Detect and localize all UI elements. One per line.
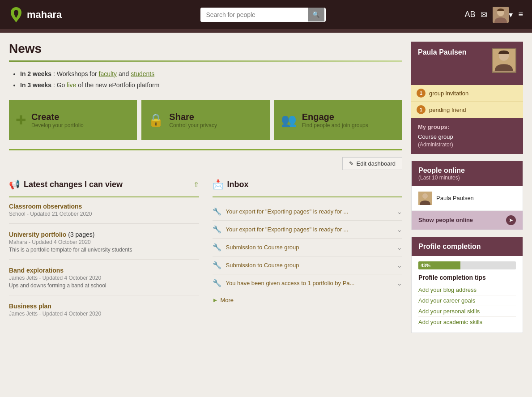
university-meta: Mahara - Updated 4 October 2020	[9, 239, 199, 245]
inbox-item-5[interactable]: 🔧 You have been given access to 1 portfo…	[213, 274, 403, 292]
inbox-text-1: Your export for "Exporting pages" is rea…	[226, 208, 349, 215]
business-link[interactable]: Business plan	[9, 303, 51, 310]
people-online-title: People online	[418, 166, 516, 175]
latest-changes-title: 📢 Latest changes I can view	[9, 179, 123, 190]
main-header: mahara 🔍 AB ✉ ▾ ≡	[0, 0, 532, 29]
inbox-text-5: You have been given access to 1 portfoli…	[226, 280, 355, 286]
notification-group-invitation[interactable]: 1 group invitation	[411, 85, 523, 102]
profile-completion-card: Profile completion 43% Profile completio…	[411, 237, 523, 333]
tip-1[interactable]: Add your blog address	[418, 285, 516, 295]
my-groups-label: My groups:	[418, 124, 516, 130]
progress-bar-fill: 43%	[418, 261, 460, 269]
share-title: Share	[169, 112, 217, 122]
people-online-body: Paula Paulsen	[412, 186, 523, 211]
classroom-meta: School - Updated 21 October 2020	[9, 211, 199, 217]
more-link[interactable]: ► More	[213, 297, 403, 303]
action-boxes: ✚ Create Develop your portfolio 🔒 Share …	[9, 100, 402, 140]
search-input[interactable]	[200, 8, 308, 22]
main-content: News In 2 weeks : Workshops for faculty …	[9, 42, 402, 333]
more-label: More	[220, 297, 234, 303]
inbox-item-2[interactable]: 🔧 Your export for "Exporting pages" is r…	[213, 221, 403, 239]
inbox-item-2-left: 🔧 Your export for "Exporting pages" is r…	[213, 225, 397, 234]
more-icon: ►	[213, 297, 218, 303]
latest-changes-header: 📢 Latest changes I can view ⇧	[9, 179, 199, 190]
inbox-chevron-2: ⌄	[397, 226, 402, 233]
create-box[interactable]: ✚ Create Develop your portfolio	[9, 100, 137, 140]
change-item-university: University portfolio (3 pages) Mahara - …	[9, 231, 199, 260]
latest-changes-section: 📢 Latest changes I can view ⇧ Classroom …	[9, 179, 199, 330]
my-groups-section: My groups: Course group (Administrator)	[411, 118, 523, 154]
change-item-band: Band explorations James Jetts - Updated …	[9, 267, 199, 295]
change-item-classroom: Classroom observations School - Updated …	[9, 203, 199, 224]
wrench-icon-4: 🔧	[213, 261, 221, 269]
share-icon: 🔒	[148, 113, 164, 128]
user-card: Paula Paulsen	[411, 42, 523, 85]
wrench-icon-2: 🔧	[213, 225, 221, 234]
group-role-1: (Administrator)	[418, 141, 516, 149]
share-box[interactable]: 🔒 Share Control your privacy	[141, 100, 269, 140]
online-avatar-1	[418, 192, 432, 205]
notification-text-2: pending friend	[429, 107, 466, 113]
engage-box-text: Engage Find people and join groups	[302, 112, 368, 128]
classroom-link[interactable]: Classroom observations	[9, 203, 82, 210]
wrench-icon-3: 🔧	[213, 243, 221, 252]
edit-dashboard-button[interactable]: ✎ Edit dashboard	[342, 157, 402, 170]
inbox-title: 📩 Inbox	[213, 179, 249, 190]
profile-completion-title: Profile completion	[418, 243, 516, 251]
news-divider	[9, 60, 402, 62]
progress-percent: 43%	[421, 263, 430, 268]
show-people-online-button[interactable]: Show people online ➤	[412, 211, 523, 230]
people-online-header: People online (Last 10 minutes)	[412, 161, 523, 186]
user-avatar-sidebar[interactable]	[492, 48, 516, 73]
inbox-text-4: Submission to Course group	[226, 262, 299, 269]
dashboard-bar: ✎ Edit dashboard	[9, 149, 402, 170]
university-extra: (3 pages)	[66, 231, 94, 238]
collapse-icon[interactable]: ⇧	[193, 180, 199, 189]
svg-point-4	[422, 193, 428, 199]
inbox-item-1[interactable]: 🔧 Your export for "Exporting pages" is r…	[213, 203, 403, 221]
online-person-1: Paula Paulsen	[418, 192, 516, 205]
notification-pending-friend[interactable]: 1 pending friend	[411, 102, 523, 118]
business-meta: James Jetts - Updated 4 October 2020	[9, 311, 199, 317]
show-people-arrow: ➤	[506, 215, 516, 225]
bottom-cols: 📢 Latest changes I can view ⇧ Classroom …	[9, 179, 402, 330]
group-link-1[interactable]: Course group (Administrator)	[418, 133, 516, 149]
create-box-text: Create Develop your portfolio	[31, 112, 84, 128]
engage-subtitle: Find people and join groups	[302, 122, 368, 128]
hamburger-menu[interactable]: ≡	[518, 10, 523, 19]
user-menu[interactable]: ▾	[493, 7, 513, 23]
edit-dashboard-label: Edit dashboard	[357, 160, 396, 167]
news-title: News	[9, 42, 402, 56]
logo[interactable]: mahara	[9, 6, 62, 23]
logo-text: mahara	[27, 9, 62, 21]
search-button[interactable]: 🔍	[308, 8, 324, 21]
latest-changes-divider	[9, 196, 199, 197]
notification-badge-2: 1	[417, 105, 426, 114]
students-link[interactable]: students	[131, 70, 154, 77]
engage-box[interactable]: 👥 Engage Find people and join groups	[274, 100, 402, 140]
inbox-icon: 📩	[213, 179, 224, 190]
language-selector[interactable]: AB	[464, 10, 475, 19]
tip-2[interactable]: Add your career goals	[418, 295, 516, 306]
inbox-chevron-1: ⌄	[397, 208, 402, 215]
wrench-icon-1: 🔧	[213, 207, 221, 216]
people-online-sub: (Last 10 minutes)	[418, 175, 516, 181]
band-desc: Ups and downs forming a band at school	[9, 282, 199, 289]
tip-4[interactable]: Add your academic skills	[418, 317, 516, 327]
inbox-chevron-5: ⌄	[397, 280, 402, 287]
tip-3[interactable]: Add your personal skills	[418, 306, 516, 317]
news-item-1-text: : Workshops for faculty and students	[53, 70, 154, 77]
inbox-item-3[interactable]: 🔧 Submission to Course group ⌄	[213, 239, 403, 256]
engage-icon: 👥	[281, 113, 297, 128]
live-link[interactable]: live	[67, 81, 76, 89]
band-link[interactable]: Band explorations	[9, 267, 64, 274]
messages-icon[interactable]: ✉	[481, 10, 487, 20]
news-item-2-strong: In 3 weeks	[20, 81, 51, 89]
faculty-link[interactable]: faculty	[99, 70, 117, 77]
university-link[interactable]: University portfolio	[9, 231, 66, 238]
main-container: News In 2 weeks : Workshops for faculty …	[0, 33, 532, 342]
wrench-icon-5: 🔧	[213, 279, 221, 287]
profile-completion-header: Profile completion	[412, 237, 523, 256]
profile-body: 43% Profile completion tips Add your blo…	[412, 256, 523, 333]
inbox-item-4[interactable]: 🔧 Submission to Course group ⌄	[213, 256, 403, 274]
